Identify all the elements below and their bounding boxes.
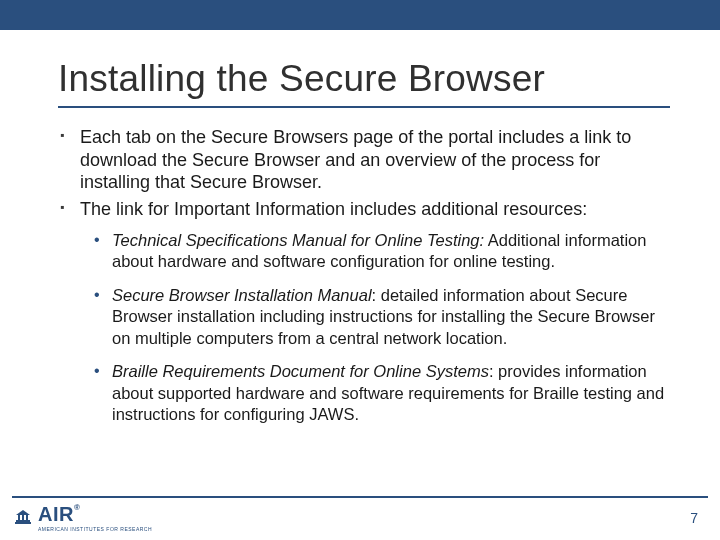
logo-text-block: AIR® AMERICAN INSTITUTES FOR RESEARCH [38, 505, 152, 532]
bullet-text: Each tab on the Secure Browsers page of … [80, 127, 631, 192]
slide: Installing the Secure Browser Each tab o… [0, 0, 720, 540]
footer-inner: AIR® AMERICAN INSTITUTES FOR RESEARCH 7 [0, 498, 720, 540]
sub-bullet-label: Secure Browser Installation Manual [112, 286, 372, 304]
sub-bullet-item: Secure Browser Installation Manual: deta… [94, 285, 670, 349]
svg-rect-0 [16, 520, 30, 522]
footer: AIR® AMERICAN INSTITUTES FOR RESEARCH 7 [0, 496, 720, 540]
svg-marker-4 [16, 510, 30, 515]
logo-main-text: AIR® [38, 503, 80, 525]
top-accent-bar [0, 0, 720, 30]
bullet-item: Each tab on the Secure Browsers page of … [58, 126, 670, 194]
air-logo: AIR® AMERICAN INSTITUTES FOR RESEARCH [14, 505, 152, 532]
bullet-list: Each tab on the Secure Browsers page of … [58, 126, 670, 426]
content-area: Installing the Secure Browser Each tab o… [0, 30, 720, 426]
sub-bullet-label: Braille Requirements Document for Online… [112, 362, 489, 380]
sub-bullet-item: Technical Specifications Manual for Onli… [94, 230, 670, 273]
bullet-item: The link for Important Information inclu… [58, 198, 670, 426]
logo-mark-icon [14, 509, 32, 527]
svg-rect-5 [15, 522, 31, 524]
page-number: 7 [690, 510, 698, 526]
svg-rect-2 [22, 515, 24, 520]
slide-title: Installing the Secure Browser [58, 58, 670, 100]
logo-registered: ® [74, 503, 80, 512]
svg-rect-1 [18, 515, 20, 520]
svg-rect-3 [26, 515, 28, 520]
title-underline [58, 106, 670, 108]
sub-bullet-list: Technical Specifications Manual for Onli… [80, 230, 670, 426]
sub-bullet-item: Braille Requirements Document for Online… [94, 361, 670, 425]
bullet-text: The link for Important Information inclu… [80, 199, 587, 219]
logo-subtitle: AMERICAN INSTITUTES FOR RESEARCH [38, 526, 152, 532]
sub-bullet-label: Technical Specifications Manual for Onli… [112, 231, 484, 249]
logo-letters: AIR [38, 503, 74, 525]
